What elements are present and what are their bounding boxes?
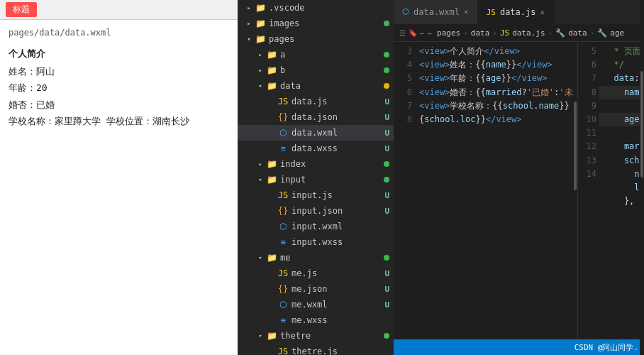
preview-tab[interactable]: 标题	[6, 2, 37, 17]
tree-label: pages	[269, 34, 394, 44]
u-badge: U	[384, 300, 389, 310]
tree-item-b[interactable]: ▸📁b	[238, 62, 394, 78]
close-wxml-tab[interactable]: ✕	[464, 7, 469, 16]
tree-label: me	[280, 253, 384, 263]
tree-file-icon: ⬡	[277, 222, 289, 231]
tree-item-input[interactable]: ▾📁input	[238, 172, 394, 187]
dot-badge-yellow	[384, 83, 389, 89]
tree-label: images	[269, 18, 384, 28]
breadcrumb-back-icon[interactable]: ←	[420, 29, 424, 37]
tree-item-me[interactable]: ▾📁me	[238, 250, 394, 266]
tree-label: index	[280, 159, 384, 169]
dot-badge	[384, 67, 389, 73]
file-explorer: ▸📁.vscode▸📁images▾📁pages▸📁a▸📁b▾📁dataJSda…	[238, 0, 394, 355]
preview-title: 个人简介	[9, 45, 229, 62]
folder-arrow: ▸	[243, 4, 255, 11]
tree-item-me-js[interactable]: JSme.jsU	[238, 266, 394, 281]
tree-item-input-wxml[interactable]: ⬡input.wxml	[238, 219, 394, 234]
tree-label: me.wxss	[292, 315, 394, 325]
tree-label: input.js	[292, 190, 384, 200]
tree-label: input	[280, 175, 384, 185]
tree-label: data.wxss	[292, 143, 384, 153]
tree-item-data-wxml[interactable]: ⬡data.wxmlU	[238, 125, 394, 141]
tree-label: .vscode	[269, 3, 394, 13]
folder-arrow: ▸	[255, 67, 266, 74]
tree-file-icon: 📁	[266, 81, 277, 91]
tree-item-index[interactable]: ▸📁index	[238, 156, 394, 172]
tree-item-a[interactable]: ▸📁a	[238, 47, 394, 62]
tree-item-input-json[interactable]: {}input.jsonU	[238, 203, 394, 219]
tree-label: input.wxml	[292, 222, 394, 231]
status-bar: CSDN @阿山同学.	[394, 339, 644, 355]
tree-item-me-wxss[interactable]: ≡me.wxss	[238, 312, 394, 328]
folder-arrow: ▸	[255, 51, 266, 58]
folder-arrow: ▸	[255, 160, 266, 168]
tree-item-input-wxss[interactable]: ≡input.wxss	[238, 234, 394, 250]
preview-field-name: 姓名：阿山	[9, 63, 229, 80]
tree-label: me.json	[292, 284, 384, 294]
tree-item-vscode[interactable]: ▸📁.vscode	[238, 0, 394, 16]
dot-badge	[384, 177, 389, 182]
tree-item-thetre[interactable]: ▾📁thetre	[238, 328, 394, 344]
tab-data-wxml[interactable]: ⬡ data.wxml ✕	[394, 0, 478, 24]
u-badge: U	[384, 191, 389, 200]
u-badge: U	[384, 129, 389, 138]
tree-label: me.wxml	[292, 300, 384, 310]
js-editor: 567891011121314 * 页面的初始数据 */ data: { nam…	[578, 42, 644, 339]
editor-tabs: ⬡ data.wxml ✕ JS data.js ✕	[394, 0, 644, 25]
tab-data-js[interactable]: JS data.js ✕	[478, 0, 554, 24]
breadcrumb-menu-icon[interactable]: ☰	[399, 29, 406, 37]
tree-file-icon: JS	[277, 268, 289, 278]
u-badge: U	[384, 269, 389, 278]
folder-arrow: ▾	[255, 176, 266, 183]
tree-item-input-js[interactable]: JSinput.jsU	[238, 187, 394, 203]
wxml-line-numbers: 345678	[394, 42, 415, 339]
tree-label: thetre.js	[292, 346, 394, 355]
tree-file-icon: {}	[277, 206, 289, 216]
preview-tab-bar: 标题	[0, 0, 238, 20]
breadcrumb-bar: ☰ 🔖 ← → pages › data › JS data.js › 🔧 da…	[394, 25, 644, 42]
tree-file-icon: 📁	[266, 331, 277, 341]
tree-label: data.wxml	[292, 128, 384, 138]
tree-file-icon: 📁	[266, 50, 277, 60]
folder-arrow: ▾	[255, 82, 266, 89]
dot-badge	[384, 21, 389, 26]
u-badge: U	[384, 97, 389, 106]
tree-label: b	[280, 65, 384, 75]
tree-label: data	[280, 81, 384, 91]
folder-arrow: ▾	[243, 36, 255, 43]
tree-item-thetre-js[interactable]: JSthetre.js	[238, 344, 394, 355]
tree-file-icon: 📁	[255, 3, 266, 13]
wxml-code: <view>个人简介</view> <view>姓名：{{name}}</vie…	[415, 42, 577, 339]
tree-file-icon: ≡	[277, 143, 289, 153]
close-js-tab[interactable]: ✕	[540, 8, 545, 17]
dot-badge	[384, 52, 389, 58]
dot-badge	[384, 161, 389, 167]
tree-item-me-wxml[interactable]: ⬡me.wxmlU	[238, 297, 394, 312]
tree-item-pages[interactable]: ▾📁pages	[238, 31, 394, 47]
preview-panel: 标题 pages/data/data.wxml 个人简介 姓名：阿山 年龄：20…	[0, 0, 238, 355]
tree-item-data-json[interactable]: {}data.jsonU	[238, 109, 394, 125]
editor-body: 345678 <view>个人简介</view> <view>姓名：{{name…	[394, 42, 644, 339]
preview-field-age: 年龄：20	[9, 80, 229, 96]
tree-item-data[interactable]: ▾📁data	[238, 78, 394, 94]
u-badge: U	[384, 207, 389, 216]
status-text: CSDN @阿山同学.	[574, 342, 638, 353]
tree-file-icon: ⬡	[277, 300, 289, 310]
tree-file-icon: JS	[277, 97, 289, 106]
tree-label: data.js	[292, 97, 384, 106]
tree-file-icon: ≡	[277, 315, 289, 325]
breadcrumb-bookmark-icon[interactable]: 🔖	[409, 29, 417, 37]
tree-item-images[interactable]: ▸📁images	[238, 16, 394, 31]
tree-label: input.json	[292, 206, 384, 216]
breadcrumb-forward-icon[interactable]: →	[427, 29, 431, 37]
u-badge: U	[384, 113, 389, 122]
tree-label: a	[280, 50, 384, 60]
folder-arrow: ▾	[255, 254, 266, 261]
tree-item-data-js[interactable]: JSdata.jsU	[238, 94, 394, 109]
u-badge: U	[384, 285, 389, 294]
tree-item-me-json[interactable]: {}me.jsonU	[238, 281, 394, 297]
tree-item-data-wxss[interactable]: ≡data.wxssU	[238, 141, 394, 156]
tree-file-icon: 📁	[266, 253, 277, 263]
tree-file-icon: {}	[277, 284, 289, 294]
